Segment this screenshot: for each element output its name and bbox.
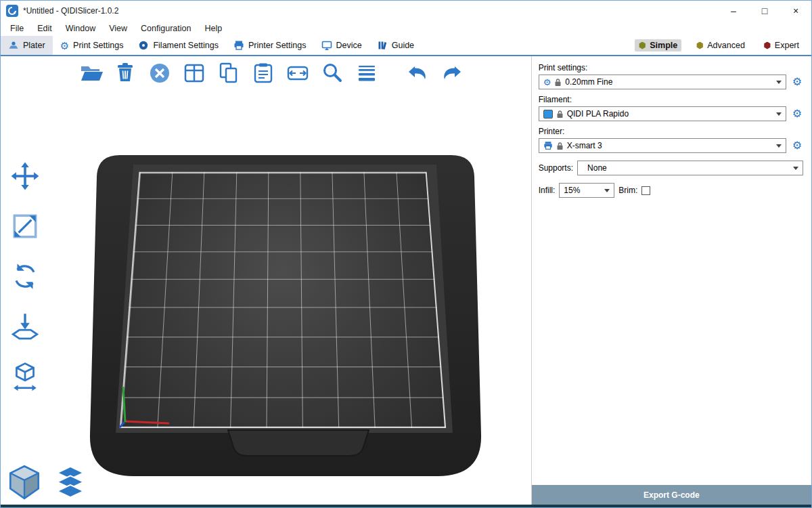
- filament-value: QIDI PLA Rapido: [567, 109, 773, 119]
- split-button[interactable]: [284, 59, 312, 87]
- left-toolbar: [6, 159, 44, 394]
- measure-icon: [9, 361, 41, 392]
- move-icon: [9, 161, 41, 192]
- qidislicer-window: *Untitled - QIDISlicer-1.0.2 – □ × File …: [0, 0, 812, 508]
- 3d-editor-view-button[interactable]: [5, 464, 44, 501]
- mode-label: Advanced: [707, 41, 745, 50]
- printer-icon: [233, 40, 244, 51]
- window-title: *Untitled - QIDISlicer-1.0.2: [23, 6, 118, 16]
- tab-guide[interactable]: Guide: [369, 36, 422, 55]
- variable-layer-height-icon: [355, 61, 379, 85]
- tab-label: Printer Settings: [248, 41, 306, 50]
- gear-icon: ⚙: [543, 78, 551, 87]
- split-icon: [286, 61, 310, 85]
- infill-value: 15%: [564, 186, 601, 195]
- plater-icon: [8, 40, 19, 51]
- view-toggles: [5, 464, 89, 501]
- lock-icon: [556, 110, 564, 119]
- gear-icon: ⚙: [60, 41, 69, 51]
- print-settings-combo[interactable]: ⚙ 0.20mm Fine: [539, 75, 786, 89]
- chevron-down-icon: [793, 167, 798, 170]
- filament-row: QIDI PLA Rapido ⚙: [539, 106, 803, 121]
- infill-combo[interactable]: 15%: [559, 183, 614, 198]
- copy-button[interactable]: [215, 59, 243, 87]
- place-on-face-button[interactable]: [6, 310, 44, 343]
- maximize-button[interactable]: □: [749, 1, 780, 21]
- print-settings-value: 0.20mm Fine: [565, 77, 773, 87]
- open-button[interactable]: [76, 59, 105, 87]
- arrange-button[interactable]: [180, 59, 208, 87]
- settings-sidebar: Print settings: ⚙ 0.20mm Fine ⚙ Filament…: [531, 56, 811, 505]
- export-gcode-button[interactable]: Export G-code: [532, 485, 811, 505]
- measure-button[interactable]: [6, 360, 44, 394]
- expert-mode-dot: [764, 42, 771, 49]
- tabbar: Plater ⚙ Print Settings Filament Setting…: [1, 36, 811, 56]
- 3d-viewport[interactable]: [1, 56, 531, 505]
- chevron-down-icon: [776, 144, 782, 148]
- scale-button[interactable]: [6, 209, 44, 243]
- filament-gear-button[interactable]: ⚙: [791, 107, 803, 121]
- filament-label: Filament:: [539, 95, 803, 104]
- menu-item-view[interactable]: View: [102, 22, 134, 35]
- close-button[interactable]: ×: [780, 1, 811, 21]
- move-button[interactable]: [6, 159, 44, 193]
- search-icon: [320, 61, 344, 85]
- print-settings-gear-button[interactable]: ⚙: [791, 75, 803, 89]
- chevron-down-icon: [776, 81, 782, 84]
- tab-filament-settings[interactable]: Filament Settings: [131, 36, 226, 55]
- redo-icon: [440, 61, 464, 85]
- lock-icon: [554, 78, 562, 87]
- printer-combo[interactable]: X-smart 3: [539, 138, 786, 153]
- filament-spool-icon: [138, 40, 149, 51]
- chevron-down-icon: [604, 189, 610, 192]
- tab-plater[interactable]: Plater: [1, 36, 53, 55]
- paste-button[interactable]: [249, 59, 277, 87]
- window-controls: – □ ×: [718, 1, 811, 21]
- place-on-face-icon: [9, 311, 41, 342]
- delete-icon: [113, 61, 137, 85]
- menu-item-help[interactable]: Help: [198, 22, 229, 35]
- infill-brim-row: Infill: 15% Brim:: [539, 183, 803, 198]
- undo-button[interactable]: [403, 59, 432, 87]
- tab-printer-settings[interactable]: Printer Settings: [226, 36, 313, 55]
- menu-item-configuration[interactable]: Configuration: [134, 22, 198, 35]
- supports-combo[interactable]: None: [577, 161, 803, 175]
- rotate-button[interactable]: [6, 259, 44, 293]
- mode-label: Simple: [650, 41, 677, 50]
- printer-row: X-smart 3 ⚙: [539, 138, 803, 153]
- printer-icon: [543, 141, 553, 150]
- monitor-icon: [321, 40, 332, 51]
- gear-icon: ⚙: [792, 108, 802, 119]
- printer-value: X-smart 3: [567, 141, 773, 150]
- print-bed-grid: [120, 172, 446, 428]
- mode-simple[interactable]: Simple: [635, 39, 681, 51]
- delete-button[interactable]: [111, 59, 139, 87]
- supports-label: Supports:: [539, 163, 573, 173]
- mode-label: Expert: [775, 41, 799, 50]
- mode-advanced[interactable]: Advanced: [692, 39, 749, 51]
- mode-expert[interactable]: Expert: [760, 39, 803, 51]
- copy-icon: [217, 61, 241, 85]
- main-tabs: Plater ⚙ Print Settings Filament Setting…: [1, 36, 422, 55]
- brim-checkbox[interactable]: [641, 186, 650, 195]
- menu-item-file[interactable]: File: [3, 22, 30, 35]
- undo-icon: [405, 61, 430, 85]
- delete-all-button[interactable]: [145, 59, 174, 87]
- tab-device[interactable]: Device: [314, 36, 369, 55]
- advanced-mode-dot: [696, 42, 703, 49]
- filament-combo[interactable]: QIDI PLA Rapido: [539, 106, 786, 121]
- printer-gear-button[interactable]: ⚙: [791, 139, 803, 152]
- minimize-button[interactable]: –: [718, 1, 749, 21]
- top-toolbar: [76, 59, 466, 87]
- layer-preview-button[interactable]: [52, 464, 89, 501]
- search-button[interactable]: [318, 59, 346, 87]
- simple-mode-dot: [639, 42, 646, 49]
- variable-layer-height-button[interactable]: [353, 59, 381, 87]
- menu-item-edit[interactable]: Edit: [30, 22, 59, 35]
- redo-button[interactable]: [438, 59, 466, 87]
- open-folder-icon: [78, 61, 103, 85]
- app-logo-icon: [6, 5, 18, 17]
- menu-item-window[interactable]: Window: [59, 22, 102, 35]
- supports-row: Supports: None: [539, 161, 803, 175]
- tab-print-settings[interactable]: ⚙ Print Settings: [53, 36, 131, 55]
